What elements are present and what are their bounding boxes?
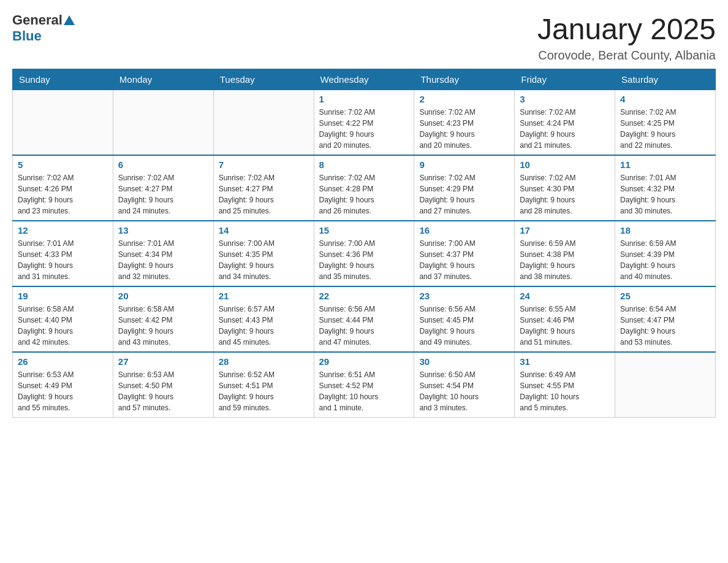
day-info: Sunrise: 7:02 AM Sunset: 4:29 PM Dayligh…	[419, 172, 509, 216]
day-info: Sunrise: 6:57 AM Sunset: 4:43 PM Dayligh…	[219, 304, 309, 348]
day-info: Sunrise: 6:58 AM Sunset: 4:40 PM Dayligh…	[18, 304, 108, 348]
day-info: Sunrise: 7:00 AM Sunset: 4:36 PM Dayligh…	[319, 238, 409, 282]
day-header-sunday: Sunday	[13, 69, 113, 90]
calendar-cell: 6Sunrise: 7:02 AM Sunset: 4:27 PM Daylig…	[113, 155, 213, 221]
calendar-table: SundayMondayTuesdayWednesdayThursdayFrid…	[12, 69, 716, 418]
calendar-cell	[13, 90, 113, 156]
day-number: 21	[219, 291, 309, 301]
day-info: Sunrise: 7:02 AM Sunset: 4:28 PM Dayligh…	[319, 172, 409, 216]
day-number: 6	[118, 159, 208, 170]
calendar-cell: 26Sunrise: 6:53 AM Sunset: 4:49 PM Dayli…	[13, 352, 113, 418]
day-info: Sunrise: 6:59 AM Sunset: 4:38 PM Dayligh…	[520, 238, 610, 282]
day-number: 17	[520, 225, 610, 236]
logo: General Blue	[12, 12, 75, 44]
day-number: 26	[18, 356, 108, 367]
day-header-wednesday: Wednesday	[314, 69, 414, 90]
day-info: Sunrise: 6:53 AM Sunset: 4:49 PM Dayligh…	[18, 369, 108, 413]
day-number: 25	[620, 291, 710, 301]
calendar-cell: 16Sunrise: 7:00 AM Sunset: 4:37 PM Dayli…	[414, 221, 515, 286]
calendar-cell: 14Sunrise: 7:00 AM Sunset: 4:35 PM Dayli…	[213, 221, 314, 286]
week-row-5: 26Sunrise: 6:53 AM Sunset: 4:49 PM Dayli…	[13, 352, 716, 418]
calendar-cell: 9Sunrise: 7:02 AM Sunset: 4:29 PM Daylig…	[414, 155, 515, 221]
calendar-cell: 21Sunrise: 6:57 AM Sunset: 4:43 PM Dayli…	[213, 286, 314, 352]
day-info: Sunrise: 6:58 AM Sunset: 4:42 PM Dayligh…	[118, 304, 208, 348]
day-number: 8	[319, 159, 409, 170]
day-info: Sunrise: 6:49 AM Sunset: 4:55 PM Dayligh…	[520, 369, 610, 413]
calendar-cell: 23Sunrise: 6:56 AM Sunset: 4:45 PM Dayli…	[414, 286, 515, 352]
calendar-cell: 22Sunrise: 6:56 AM Sunset: 4:44 PM Dayli…	[314, 286, 414, 352]
header: General Blue January 2025 Corovode, Bera…	[12, 12, 716, 63]
day-number: 29	[319, 356, 409, 367]
calendar-cell: 11Sunrise: 7:01 AM Sunset: 4:32 PM Dayli…	[615, 155, 716, 221]
day-info: Sunrise: 6:54 AM Sunset: 4:47 PM Dayligh…	[620, 304, 710, 348]
calendar-cell: 5Sunrise: 7:02 AM Sunset: 4:26 PM Daylig…	[13, 155, 113, 221]
day-info: Sunrise: 6:52 AM Sunset: 4:51 PM Dayligh…	[219, 369, 309, 413]
logo-general-text: General	[12, 12, 63, 28]
calendar-cell: 27Sunrise: 6:53 AM Sunset: 4:50 PM Dayli…	[113, 352, 213, 418]
calendar-subtitle: Corovode, Berat County, Albania	[537, 48, 716, 63]
calendar-cell: 31Sunrise: 6:49 AM Sunset: 4:55 PM Dayli…	[515, 352, 615, 418]
day-info: Sunrise: 6:55 AM Sunset: 4:46 PM Dayligh…	[520, 304, 610, 348]
calendar-cell: 30Sunrise: 6:50 AM Sunset: 4:54 PM Dayli…	[414, 352, 515, 418]
calendar-cell: 25Sunrise: 6:54 AM Sunset: 4:47 PM Dayli…	[615, 286, 716, 352]
day-info: Sunrise: 7:02 AM Sunset: 4:24 PM Dayligh…	[520, 107, 610, 151]
day-info: Sunrise: 6:56 AM Sunset: 4:44 PM Dayligh…	[319, 304, 409, 348]
day-number: 10	[520, 159, 610, 170]
calendar-cell: 24Sunrise: 6:55 AM Sunset: 4:46 PM Dayli…	[515, 286, 615, 352]
day-header-monday: Monday	[113, 69, 213, 90]
calendar-cell: 20Sunrise: 6:58 AM Sunset: 4:42 PM Dayli…	[113, 286, 213, 352]
day-info: Sunrise: 7:00 AM Sunset: 4:37 PM Dayligh…	[419, 238, 509, 282]
logo-blue-text: Blue	[12, 28, 42, 44]
day-number: 9	[419, 159, 509, 170]
days-header-row: SundayMondayTuesdayWednesdayThursdayFrid…	[13, 69, 716, 90]
calendar-cell: 15Sunrise: 7:00 AM Sunset: 4:36 PM Dayli…	[314, 221, 414, 286]
day-info: Sunrise: 6:56 AM Sunset: 4:45 PM Dayligh…	[419, 304, 509, 348]
day-info: Sunrise: 7:01 AM Sunset: 4:32 PM Dayligh…	[620, 172, 710, 216]
calendar-cell: 10Sunrise: 7:02 AM Sunset: 4:30 PM Dayli…	[515, 155, 615, 221]
week-row-2: 5Sunrise: 7:02 AM Sunset: 4:26 PM Daylig…	[13, 155, 716, 221]
day-number: 12	[18, 225, 108, 236]
calendar-cell: 28Sunrise: 6:52 AM Sunset: 4:51 PM Dayli…	[213, 352, 314, 418]
calendar-cell: 1Sunrise: 7:02 AM Sunset: 4:22 PM Daylig…	[314, 90, 414, 156]
calendar-cell: 13Sunrise: 7:01 AM Sunset: 4:34 PM Dayli…	[113, 221, 213, 286]
day-number: 13	[118, 225, 208, 236]
day-number: 2	[419, 94, 509, 104]
day-number: 19	[18, 291, 108, 301]
calendar-cell: 29Sunrise: 6:51 AM Sunset: 4:52 PM Dayli…	[314, 352, 414, 418]
day-info: Sunrise: 6:53 AM Sunset: 4:50 PM Dayligh…	[118, 369, 208, 413]
calendar-cell: 18Sunrise: 6:59 AM Sunset: 4:39 PM Dayli…	[615, 221, 716, 286]
title-area: January 2025 Corovode, Berat County, Alb…	[537, 12, 716, 63]
day-number: 23	[419, 291, 509, 301]
day-info: Sunrise: 7:02 AM Sunset: 4:27 PM Dayligh…	[118, 172, 208, 216]
calendar-cell: 3Sunrise: 7:02 AM Sunset: 4:24 PM Daylig…	[515, 90, 615, 156]
day-number: 14	[219, 225, 309, 236]
day-info: Sunrise: 7:01 AM Sunset: 4:33 PM Dayligh…	[18, 238, 108, 282]
day-info: Sunrise: 7:02 AM Sunset: 4:25 PM Dayligh…	[620, 107, 710, 151]
calendar-cell: 2Sunrise: 7:02 AM Sunset: 4:23 PM Daylig…	[414, 90, 515, 156]
day-info: Sunrise: 6:51 AM Sunset: 4:52 PM Dayligh…	[319, 369, 409, 413]
calendar-cell: 4Sunrise: 7:02 AM Sunset: 4:25 PM Daylig…	[615, 90, 716, 156]
calendar-cell: 12Sunrise: 7:01 AM Sunset: 4:33 PM Dayli…	[13, 221, 113, 286]
day-number: 15	[319, 225, 409, 236]
day-info: Sunrise: 7:02 AM Sunset: 4:30 PM Dayligh…	[520, 172, 610, 216]
day-number: 4	[620, 94, 710, 104]
day-number: 3	[520, 94, 610, 104]
day-header-tuesday: Tuesday	[213, 69, 314, 90]
day-info: Sunrise: 7:02 AM Sunset: 4:27 PM Dayligh…	[219, 172, 309, 216]
day-info: Sunrise: 6:50 AM Sunset: 4:54 PM Dayligh…	[419, 369, 509, 413]
day-header-saturday: Saturday	[615, 69, 716, 90]
week-row-3: 12Sunrise: 7:01 AM Sunset: 4:33 PM Dayli…	[13, 221, 716, 286]
day-number: 11	[620, 159, 710, 170]
day-header-friday: Friday	[515, 69, 615, 90]
day-info: Sunrise: 7:02 AM Sunset: 4:23 PM Dayligh…	[419, 107, 509, 151]
calendar-cell	[113, 90, 213, 156]
day-number: 22	[319, 291, 409, 301]
day-number: 18	[620, 225, 710, 236]
day-number: 1	[319, 94, 409, 104]
day-number: 27	[118, 356, 208, 367]
day-number: 7	[219, 159, 309, 170]
calendar-title: January 2025	[537, 12, 716, 46]
week-row-1: 1Sunrise: 7:02 AM Sunset: 4:22 PM Daylig…	[13, 90, 716, 156]
day-header-thursday: Thursday	[414, 69, 515, 90]
calendar-cell	[615, 352, 716, 418]
